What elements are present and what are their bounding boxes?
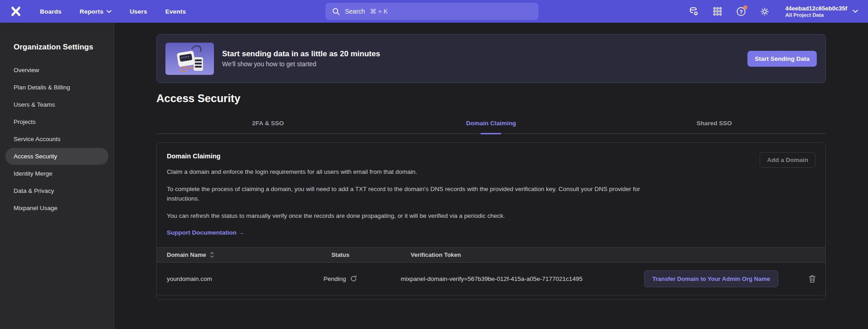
help-icon[interactable]: ? — [736, 6, 746, 16]
domain-name-cell: yourdomain.com — [157, 275, 306, 282]
mixpanel-logo-icon[interactable] — [10, 5, 22, 17]
security-tabs: 2FA & SSO Domain Claiming Shared SSO — [156, 120, 826, 134]
sidebar-item-mixpanel-usage[interactable]: Mixpanel Usage — [5, 200, 108, 216]
banner-subtitle: We'll show you how to get started — [222, 60, 380, 68]
sidebar-item-access-security[interactable]: Access Security — [5, 148, 108, 165]
domain-claiming-card: Domain Claiming Add a Domain Claim a dom… — [156, 142, 826, 300]
header-verification-token: Verification Token — [374, 251, 635, 258]
sidebar-item-projects[interactable]: Projects — [5, 113, 108, 130]
status-value: Pending — [324, 275, 346, 282]
primary-nav: Boards Reports Users Events — [40, 8, 186, 15]
sidebar-item-data-privacy[interactable]: Data & Privacy — [5, 182, 108, 199]
svg-text:?: ? — [740, 9, 743, 14]
banner-illustration — [165, 43, 214, 75]
sort-button[interactable] — [210, 252, 214, 258]
refresh-icon — [350, 275, 357, 282]
sidebar-item-overview[interactable]: Overview — [5, 62, 108, 79]
nav-item-events[interactable]: Events — [165, 8, 186, 15]
search-input[interactable]: Search ⌘ + K — [325, 3, 538, 20]
trash-icon — [808, 275, 816, 283]
start-sending-data-button[interactable]: Start Sending Data — [747, 51, 817, 67]
top-navbar: Boards Reports Users Events Search ⌘ + K — [0, 0, 868, 23]
user-menu[interactable]: 44eebad12c65eb0c35f All Project Data — [785, 5, 858, 18]
nav-item-reports[interactable]: Reports — [80, 8, 112, 15]
card-paragraph-2: To complete the process of claiming a do… — [167, 185, 646, 204]
settings-sidebar: Organization Settings Overview Plan Deta… — [0, 23, 114, 329]
card-description-section: Domain Claiming Add a Domain Claim a dom… — [157, 143, 825, 247]
status-cell: Pending — [306, 275, 374, 282]
tab-shared-sso[interactable]: Shared SSO — [603, 120, 826, 133]
search-placeholder: Search — [345, 8, 365, 15]
tab-domain-claiming[interactable]: Domain Claiming — [379, 120, 602, 133]
sidebar-item-identity-merge[interactable]: Identity Merge — [5, 165, 108, 182]
nav-item-reports-label: Reports — [80, 8, 103, 15]
transfer-domain-button[interactable]: Transfer Domain to Your Admin Org Name — [644, 270, 778, 287]
sidebar-title: Organization Settings — [5, 23, 108, 62]
support-documentation-link[interactable]: Support Documentation → — [167, 229, 244, 236]
banner-title: Start sending data in as little as 20 mi… — [222, 49, 380, 59]
navbar-right: ? 44eebad12c65eb0c35f All Project Data — [689, 5, 858, 18]
project-scope: All Project Data — [785, 12, 847, 18]
domain-table-row: yourdomain.com Pending mixpanel-domain-v… — [157, 263, 825, 295]
sidebar-item-users-teams[interactable]: Users & Teams — [5, 96, 108, 113]
delete-domain-button[interactable] — [808, 275, 816, 283]
card-title: Domain Claiming — [167, 152, 815, 160]
onboarding-banner: Start sending data in as little as 20 mi… — [156, 34, 826, 83]
tab-2fa-sso[interactable]: 2FA & SSO — [156, 120, 379, 133]
chevron-down-icon — [853, 10, 858, 13]
sort-icon — [210, 252, 214, 258]
domains-table-header: Domain Name Status Verification Token — [157, 247, 825, 263]
add-domain-button[interactable]: Add a Domain — [760, 152, 815, 168]
search-icon — [332, 8, 340, 15]
apps-grid-icon[interactable] — [713, 6, 723, 16]
header-domain-name: Domain Name — [157, 251, 306, 258]
sidebar-item-service-accounts[interactable]: Service Accounts — [5, 131, 108, 147]
sidebar-item-plan-details-billing[interactable]: Plan Details & Billing — [5, 79, 108, 96]
row-actions: Transfer Domain to Your Admin Org Name — [635, 270, 825, 287]
card-paragraph-3: You can refresh the status to manually v… — [167, 211, 646, 221]
nav-item-users[interactable]: Users — [130, 8, 147, 15]
card-paragraph-1: Claim a domain and enforce the login req… — [167, 167, 646, 177]
header-status: Status — [306, 251, 374, 258]
refresh-status-button[interactable] — [350, 275, 357, 282]
header-domain-name-label: Domain Name — [167, 251, 206, 258]
search-shortcut: ⌘ + K — [370, 8, 388, 15]
org-id: 44eebad12c65eb0c35f — [785, 5, 847, 12]
banner-text: Start sending data in as little as 20 mi… — [222, 49, 380, 68]
user-info: 44eebad12c65eb0c35f All Project Data — [785, 5, 847, 18]
data-management-icon[interactable] — [689, 6, 699, 16]
card-bottom-spacer — [157, 295, 825, 300]
page-title: Access Security — [156, 92, 826, 105]
main-content: Start sending data in as little as 20 mi… — [114, 23, 868, 329]
help-notification-dot — [743, 5, 747, 10]
chevron-down-icon — [107, 10, 112, 13]
verification-token-cell: mixpanel-domain-verify=567b39be-012f-415… — [374, 275, 635, 282]
settings-gear-icon[interactable] — [760, 6, 770, 16]
nav-item-boards[interactable]: Boards — [40, 8, 62, 15]
